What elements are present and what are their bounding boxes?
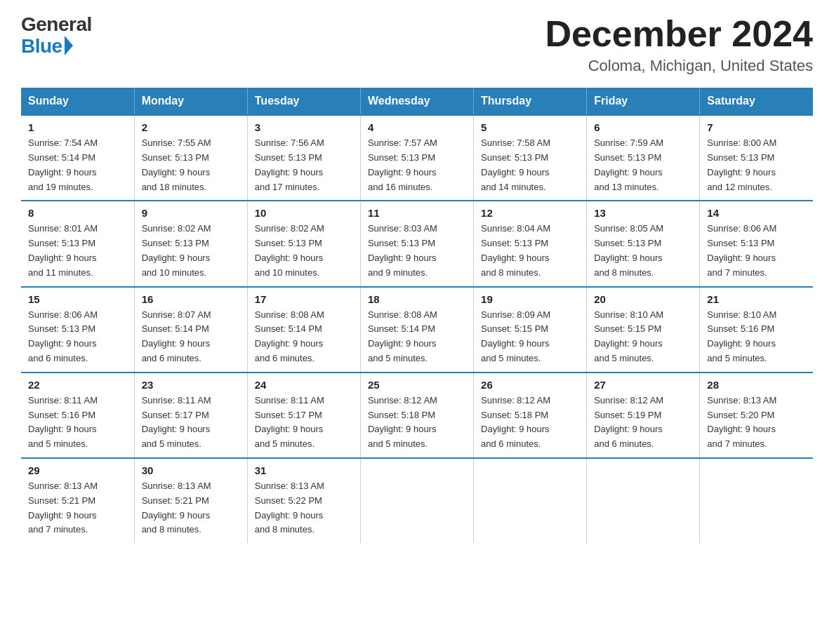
day-number: 10 (255, 207, 353, 219)
day-number: 15 (28, 293, 127, 305)
day-number: 11 (368, 207, 466, 219)
day-info: Sunrise: 8:13 AM Sunset: 5:20 PM Dayligh… (707, 394, 806, 452)
weekday-header-saturday: Saturday (700, 88, 813, 115)
day-number: 29 (28, 464, 127, 476)
calendar-cell: 17 Sunrise: 8:08 AM Sunset: 5:14 PM Dayl… (247, 287, 360, 373)
day-info: Sunrise: 7:56 AM Sunset: 5:13 PM Dayligh… (255, 136, 353, 194)
calendar-header: SundayMondayTuesdayWednesdayThursdayFrid… (21, 88, 813, 115)
calendar-cell: 15 Sunrise: 8:06 AM Sunset: 5:13 PM Dayl… (21, 287, 134, 373)
logo-arrow-icon (65, 36, 73, 55)
day-number: 13 (594, 207, 692, 219)
calendar-cell: 16 Sunrise: 8:07 AM Sunset: 5:14 PM Dayl… (134, 287, 247, 373)
calendar-cell: 29 Sunrise: 8:13 AM Sunset: 5:21 PM Dayl… (21, 458, 134, 543)
calendar-week-row: 1 Sunrise: 7:54 AM Sunset: 5:14 PM Dayli… (21, 115, 813, 201)
day-info: Sunrise: 8:04 AM Sunset: 5:13 PM Dayligh… (481, 222, 579, 280)
calendar-week-row: 15 Sunrise: 8:06 AM Sunset: 5:13 PM Dayl… (21, 287, 813, 373)
day-number: 22 (28, 379, 127, 391)
day-number: 8 (28, 207, 127, 219)
weekday-header-monday: Monday (134, 88, 247, 115)
logo-general-text: General (21, 14, 92, 36)
calendar-cell (700, 458, 813, 543)
day-number: 16 (142, 293, 240, 305)
calendar-cell: 7 Sunrise: 8:00 AM Sunset: 5:13 PM Dayli… (700, 115, 813, 201)
day-number: 18 (368, 293, 466, 305)
day-number: 1 (28, 121, 127, 133)
calendar-cell: 8 Sunrise: 8:01 AM Sunset: 5:13 PM Dayli… (21, 201, 134, 286)
day-number: 7 (707, 121, 806, 133)
day-info: Sunrise: 8:09 AM Sunset: 5:15 PM Dayligh… (481, 308, 579, 366)
calendar-cell: 13 Sunrise: 8:05 AM Sunset: 5:13 PM Dayl… (587, 201, 700, 286)
weekday-header-sunday: Sunday (21, 88, 134, 115)
day-number: 14 (707, 207, 806, 219)
day-info: Sunrise: 8:11 AM Sunset: 5:17 PM Dayligh… (255, 394, 353, 452)
day-number: 30 (142, 464, 240, 476)
logo-blue-text: Blue (21, 36, 62, 58)
weekday-header-tuesday: Tuesday (247, 88, 360, 115)
day-info: Sunrise: 8:12 AM Sunset: 5:18 PM Dayligh… (481, 394, 579, 452)
day-info: Sunrise: 8:08 AM Sunset: 5:14 PM Dayligh… (368, 308, 466, 366)
page-header: General Blue December 2024 Coloma, Michi… (21, 14, 813, 75)
day-info: Sunrise: 8:13 AM Sunset: 5:21 PM Dayligh… (28, 479, 127, 537)
day-number: 3 (255, 121, 353, 133)
day-number: 21 (707, 293, 806, 305)
day-number: 24 (255, 379, 353, 391)
calendar-title-block: December 2024 Coloma, Michigan, United S… (545, 14, 813, 75)
day-info: Sunrise: 7:54 AM Sunset: 5:14 PM Dayligh… (28, 136, 127, 194)
day-info: Sunrise: 8:11 AM Sunset: 5:17 PM Dayligh… (142, 394, 240, 452)
day-number: 5 (481, 121, 579, 133)
day-info: Sunrise: 8:06 AM Sunset: 5:13 PM Dayligh… (28, 308, 127, 366)
day-info: Sunrise: 8:12 AM Sunset: 5:19 PM Dayligh… (594, 394, 692, 452)
day-number: 2 (142, 121, 240, 133)
calendar-cell: 10 Sunrise: 8:02 AM Sunset: 5:13 PM Dayl… (247, 201, 360, 286)
calendar-cell: 12 Sunrise: 8:04 AM Sunset: 5:13 PM Dayl… (474, 201, 587, 286)
calendar-cell: 18 Sunrise: 8:08 AM Sunset: 5:14 PM Dayl… (360, 287, 473, 373)
day-info: Sunrise: 8:10 AM Sunset: 5:16 PM Dayligh… (707, 308, 806, 366)
calendar-week-row: 29 Sunrise: 8:13 AM Sunset: 5:21 PM Dayl… (21, 458, 813, 543)
calendar-cell: 30 Sunrise: 8:13 AM Sunset: 5:21 PM Dayl… (134, 458, 247, 543)
day-info: Sunrise: 8:10 AM Sunset: 5:15 PM Dayligh… (594, 308, 692, 366)
calendar-subtitle: Coloma, Michigan, United States (545, 57, 813, 75)
day-number: 12 (481, 207, 579, 219)
calendar-body: 1 Sunrise: 7:54 AM Sunset: 5:14 PM Dayli… (21, 115, 813, 543)
weekday-row: SundayMondayTuesdayWednesdayThursdayFrid… (21, 88, 813, 115)
calendar-cell: 20 Sunrise: 8:10 AM Sunset: 5:15 PM Dayl… (587, 287, 700, 373)
day-number: 4 (368, 121, 466, 133)
day-info: Sunrise: 8:07 AM Sunset: 5:14 PM Dayligh… (142, 308, 240, 366)
weekday-header-wednesday: Wednesday (360, 88, 473, 115)
day-number: 9 (142, 207, 240, 219)
calendar-cell: 24 Sunrise: 8:11 AM Sunset: 5:17 PM Dayl… (247, 373, 360, 458)
day-number: 6 (594, 121, 692, 133)
calendar-cell: 11 Sunrise: 8:03 AM Sunset: 5:13 PM Dayl… (360, 201, 473, 286)
day-info: Sunrise: 8:11 AM Sunset: 5:16 PM Dayligh… (28, 394, 127, 452)
day-info: Sunrise: 7:59 AM Sunset: 5:13 PM Dayligh… (594, 136, 692, 194)
day-info: Sunrise: 7:58 AM Sunset: 5:13 PM Dayligh… (481, 136, 579, 194)
calendar-cell: 3 Sunrise: 7:56 AM Sunset: 5:13 PM Dayli… (247, 115, 360, 201)
day-number: 27 (594, 379, 692, 391)
day-info: Sunrise: 8:02 AM Sunset: 5:13 PM Dayligh… (255, 222, 353, 280)
calendar-cell: 27 Sunrise: 8:12 AM Sunset: 5:19 PM Dayl… (587, 373, 700, 458)
calendar-cell: 14 Sunrise: 8:06 AM Sunset: 5:13 PM Dayl… (700, 201, 813, 286)
calendar-cell: 4 Sunrise: 7:57 AM Sunset: 5:13 PM Dayli… (360, 115, 473, 201)
day-number: 26 (481, 379, 579, 391)
calendar-week-row: 8 Sunrise: 8:01 AM Sunset: 5:13 PM Dayli… (21, 201, 813, 286)
day-info: Sunrise: 8:00 AM Sunset: 5:13 PM Dayligh… (707, 136, 806, 194)
calendar-cell (360, 458, 473, 543)
calendar-week-row: 22 Sunrise: 8:11 AM Sunset: 5:16 PM Dayl… (21, 373, 813, 458)
day-info: Sunrise: 8:03 AM Sunset: 5:13 PM Dayligh… (368, 222, 466, 280)
calendar-cell: 28 Sunrise: 8:13 AM Sunset: 5:20 PM Dayl… (700, 373, 813, 458)
weekday-header-thursday: Thursday (474, 88, 587, 115)
calendar-cell (474, 458, 587, 543)
calendar-cell: 5 Sunrise: 7:58 AM Sunset: 5:13 PM Dayli… (474, 115, 587, 201)
day-info: Sunrise: 8:13 AM Sunset: 5:22 PM Dayligh… (255, 479, 353, 537)
day-info: Sunrise: 8:05 AM Sunset: 5:13 PM Dayligh… (594, 222, 692, 280)
day-number: 28 (707, 379, 806, 391)
logo: General Blue (21, 14, 92, 58)
day-info: Sunrise: 8:06 AM Sunset: 5:13 PM Dayligh… (707, 222, 806, 280)
calendar-cell: 25 Sunrise: 8:12 AM Sunset: 5:18 PM Dayl… (360, 373, 473, 458)
calendar-cell: 22 Sunrise: 8:11 AM Sunset: 5:16 PM Dayl… (21, 373, 134, 458)
day-number: 19 (481, 293, 579, 305)
day-info: Sunrise: 8:13 AM Sunset: 5:21 PM Dayligh… (142, 479, 240, 537)
calendar-table: SundayMondayTuesdayWednesdayThursdayFrid… (21, 88, 813, 543)
calendar-cell (587, 458, 700, 543)
day-number: 17 (255, 293, 353, 305)
